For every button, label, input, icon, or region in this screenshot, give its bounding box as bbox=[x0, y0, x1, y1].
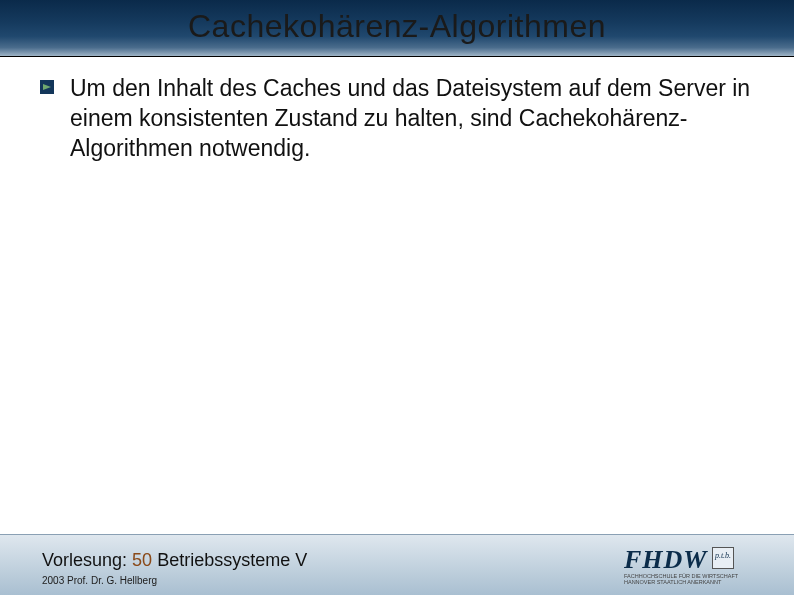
slide: Cachekohärenz-Algorithmen Um den Inhalt … bbox=[0, 0, 794, 595]
footer-lecture: Vorlesung: 50 Betriebssysteme V bbox=[42, 550, 307, 571]
logo-subtext: FACHHOCHSCHULE FÜR DIE WIRTSCHAFT HANNOV… bbox=[624, 573, 738, 585]
logo-square: p.t.b. bbox=[712, 547, 734, 569]
footer-logo: FHDW p.t.b. FACHHOCHSCHULE FÜR DIE WIRTS… bbox=[624, 543, 774, 589]
slide-title: Cachekohärenz-Algorithmen bbox=[0, 8, 794, 45]
bullet-text: Um den Inhalt des Caches und das Dateisy… bbox=[70, 74, 764, 164]
lecture-label: Vorlesung: bbox=[42, 550, 127, 570]
bullet-item: Um den Inhalt des Caches und das Dateisy… bbox=[40, 74, 764, 164]
bullet-icon bbox=[40, 80, 54, 94]
logo-text: FHDW bbox=[624, 545, 707, 575]
slide-number: 50 bbox=[132, 550, 152, 570]
footer-bar: Vorlesung: 50 Betriebssysteme V 2003 Pro… bbox=[0, 534, 794, 595]
footer-copyright: 2003 Prof. Dr. G. Hellberg bbox=[42, 575, 157, 586]
title-bar: Cachekohärenz-Algorithmen bbox=[0, 0, 794, 57]
logo-sub-line2: HANNOVER STAATLICH ANERKANNT bbox=[624, 579, 721, 585]
content-area: Um den Inhalt des Caches und das Dateisy… bbox=[40, 74, 764, 164]
lecture-title: Betriebssysteme V bbox=[157, 550, 307, 570]
